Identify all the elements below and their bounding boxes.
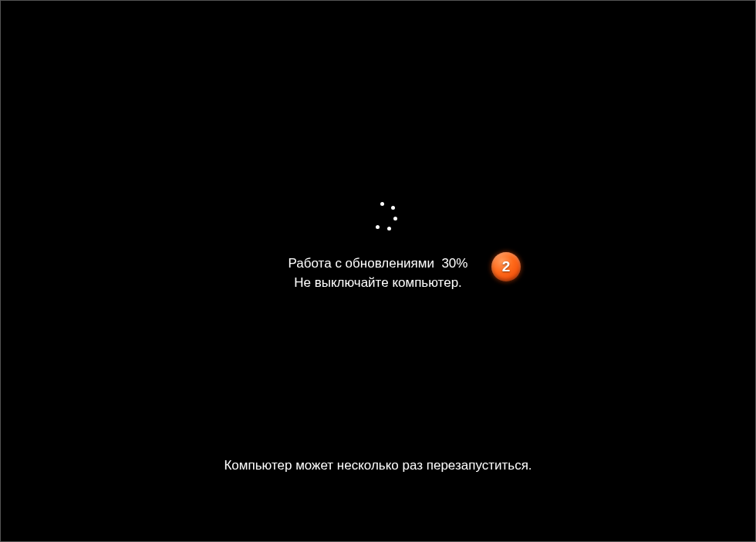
restart-notice: Компьютер может несколько раз перезапуст…	[1, 458, 755, 473]
update-screen: Работа с обновлениями 30% Не выключайте …	[0, 0, 756, 542]
update-warning-line: Не выключайте компьютер.	[1, 274, 755, 293]
spinner-dot	[393, 217, 397, 221]
annotation-badge: 2	[491, 252, 521, 281]
spinner-dot	[376, 225, 380, 229]
spinner-dot	[380, 202, 384, 206]
update-status-block: Работа с обновлениями 30% Не выключайте …	[1, 254, 755, 292]
update-percent: 30%	[441, 256, 467, 271]
spinner-dot	[387, 227, 391, 231]
update-status-line: Работа с обновлениями 30%	[1, 254, 755, 274]
annotation-badge-number: 2	[502, 258, 511, 275]
update-status-prefix: Работа с обновлениями	[289, 256, 434, 271]
spinner-dot	[391, 206, 395, 210]
loading-spinner-icon	[369, 200, 407, 238]
